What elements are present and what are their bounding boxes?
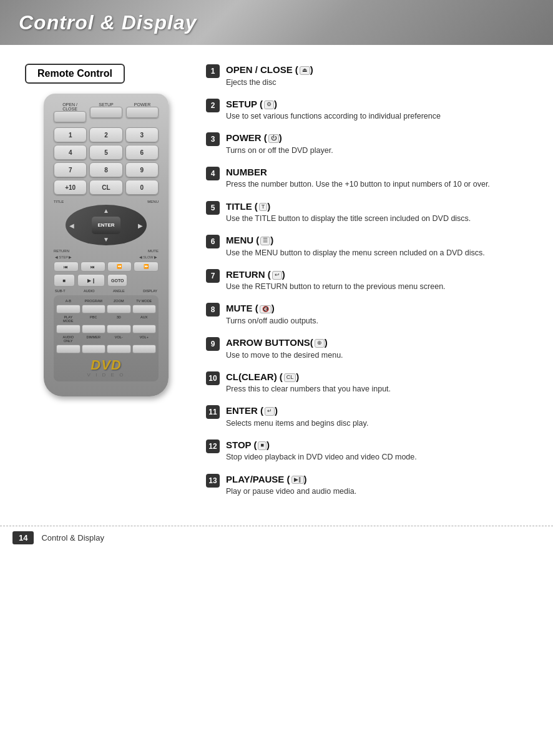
enter-btn[interactable]: ENTER [92,217,120,234]
playmode-btn[interactable] [56,325,81,333]
btn-6[interactable]: 6 [125,145,159,160]
item-content-9: ARROW BUTTONS(⊕) Use to move to the desi… [226,336,541,361]
item-content-13: PLAY/PAUSE (▶‖) Play or pause video and … [226,473,541,498]
item-content-5: TITLE (T) Use the TITLE button to displa… [226,200,541,225]
angle-label: ANGLE [113,289,125,293]
item-content-12: STOP (■) Stop video playback in DVD vide… [226,439,541,463]
open-close-section: OPEN /CLOSE [54,102,86,122]
title-menu-labels: TITLE MENU [54,200,159,204]
playpause-icon-badge: ▶‖ [291,476,304,484]
page-header: Control & Display [0,0,553,45]
btn-cl[interactable]: CL [89,180,122,195]
item-title-12: STOP (■) [226,439,541,451]
stop-btn[interactable]: ■ [54,274,75,287]
item-desc-10: Press this to clear numbers that you hav… [226,383,541,395]
btn-7[interactable]: 7 [54,162,87,177]
power-btn[interactable] [126,107,159,118]
next-btn[interactable]: ⏭ [81,262,105,272]
bottom-grid-1 [56,305,156,313]
item-desc-7: Use the RETURN button to return to the p… [226,281,541,292]
pbc-btn[interactable] [82,325,106,333]
item-title-9: ARROW BUTTONS(⊕) [226,336,541,349]
play-pause-btn[interactable]: ▶ ‖ [77,274,105,287]
item-5: 5 TITLE (T) Use the TITLE button to disp… [206,200,541,225]
item-content-11: ENTER (↵) Selects menu items and begins … [226,405,541,429]
nav-ring[interactable]: ◀ ▶ ▲ ▼ ENTER [66,205,147,245]
setup-icon-badge: ⚙ [264,101,274,109]
footer-page-label: Control & Display [41,533,104,542]
item-desc-11: Selects menu items and begins disc play. [226,418,541,429]
item-2: 2 SETUP (⚙) Use to set various functions… [206,98,541,122]
item-number-4: 4 [206,167,220,180]
cl-icon-badge: CL [284,373,296,382]
btn-8[interactable]: 8 [89,162,122,177]
btn-1[interactable]: 1 [54,127,87,142]
aux-btn[interactable] [132,325,157,333]
item-number-8: 8 [206,303,220,317]
item-desc-8: Turns on/off audio outputs. [226,315,541,326]
volminus-btn[interactable] [107,345,131,353]
tvmode-btn[interactable] [132,305,157,313]
rewind-btn[interactable]: ⏪ [107,262,132,272]
item-content-7: RETURN (↩) Use the RETURN button to retu… [226,268,541,293]
left-panel: Remote Control OPEN /CLOSE SETUP POWER [25,64,187,507]
up-arrow-icon[interactable]: ▲ [103,207,109,214]
program-btn[interactable] [82,305,106,313]
right-panel: 1 OPEN / CLOSE (⏏) Ejects the disc 2 SET… [206,64,541,507]
btn-4[interactable]: 4 [54,145,87,160]
down-arrow-icon[interactable]: ▼ [103,236,109,243]
item-content-4: NUMBER Press the number button. Use the … [226,166,541,190]
title-label: TITLE [54,200,64,204]
audioonly-btn[interactable] [56,345,81,353]
btn-0[interactable]: 0 [125,180,159,195]
item-title-7: RETURN (↩) [226,268,541,281]
slow-label: ◀ SLOW ▶ [139,255,157,259]
footer-page-number: 14 [12,531,34,544]
ab-btn[interactable] [56,305,81,313]
pbc-label: PBC [82,315,106,323]
arrow-icon-badge: ⊕ [315,339,325,348]
forward-btn[interactable]: ⏩ [134,262,159,272]
item-6: 6 MENU (☰) Use the MENU button to displa… [206,234,541,258]
btn-plus10[interactable]: +10 [54,180,87,195]
open-close-btn[interactable] [54,111,86,122]
item-desc-1: Ejects the disc [226,77,541,88]
right-arrow-icon[interactable]: ▶ [138,222,143,228]
item-number-2: 2 [206,99,220,112]
power-icon-badge: ⏻ [268,134,279,143]
left-arrow-icon[interactable]: ◀ [69,222,74,228]
item-desc-3: Turns on or off the DVD player. [226,145,541,156]
sub-t-label: SUB-T [55,289,66,293]
item-number-3: 3 [206,132,220,146]
item-content-8: MUTE (🔇) Turns on/off audio outputs. [226,302,541,326]
btn-5[interactable]: 5 [89,145,122,160]
item-12: 12 STOP (■) Stop video playback in DVD v… [206,439,541,463]
menu-icon-badge: ☰ [260,237,270,245]
dimmer-btn[interactable] [82,345,106,353]
transport-buttons: ⏮ ⏭ ⏪ ⏩ [54,262,159,272]
prev-btn[interactable]: ⏮ [54,262,79,272]
mute-label: MUTE [148,249,159,253]
aux-label: AUX [132,315,157,323]
remote-control-image: OPEN /CLOSE SETUP POWER 1 2 [37,94,175,396]
setup-btn[interactable] [90,107,122,118]
btn-2[interactable]: 2 [89,127,122,142]
item-number-7: 7 [206,269,220,283]
item-number-11: 11 [206,405,220,419]
item-content-10: CL(CLEAR) (CL) Press this to clear numbe… [226,371,541,395]
item-title-5: TITLE (T) [226,200,541,213]
zoom-btn[interactable] [107,305,131,313]
item-number-13: 13 [206,474,220,488]
audioonly-label: AUDIOONLY [56,335,81,343]
item-number-9: 9 [206,337,220,351]
item-title-1: OPEN / CLOSE (⏏) [226,64,541,76]
zoom-label: ZOOM [107,299,131,303]
btn-3[interactable]: 3 [125,127,159,142]
item-1: 1 OPEN / CLOSE (⏏) Ejects the disc [206,64,541,88]
goto-btn[interactable]: GOTO [107,274,127,287]
3d-btn[interactable] [107,325,131,333]
btn-9[interactable]: 9 [125,162,159,177]
step-slow-labels: ◀ STEP ▶ ◀ SLOW ▶ [54,255,159,259]
volplus-btn[interactable] [132,345,157,353]
item-3: 3 POWER (⏻) Turns on or off the DVD play… [206,132,541,156]
